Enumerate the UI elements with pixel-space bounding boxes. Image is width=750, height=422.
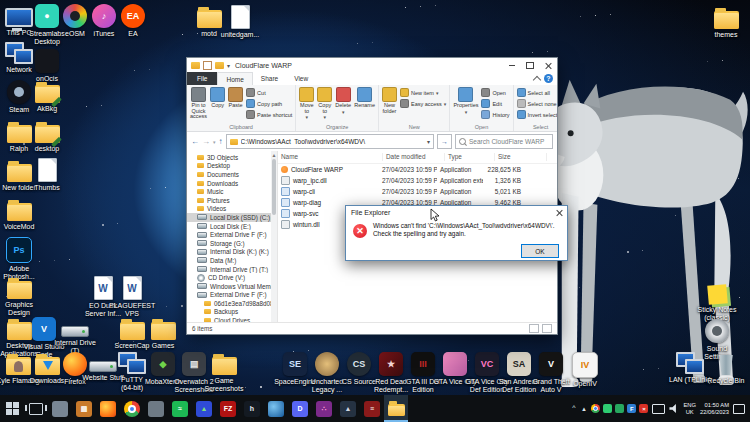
go-button[interactable]: → — [437, 134, 452, 149]
desktop-icon-desktop-folder[interactable]: desktop — [24, 120, 70, 153]
sidebar-item-documents[interactable]: Documents — [187, 170, 277, 179]
desktop-icon-thumbs-file[interactable]: Thumbs — [24, 158, 70, 192]
app-discord[interactable]: D — [288, 395, 312, 422]
ribbon-button-invert-selection[interactable]: Invert selection — [517, 110, 557, 119]
desktop-icon-unitedgam-files[interactable]: unitedgam... — [217, 5, 263, 39]
app-chrome[interactable] — [120, 395, 144, 422]
app-photos[interactable]: ▲ — [336, 395, 360, 422]
help-icon[interactable]: ? — [544, 74, 553, 83]
sidebar-item-pictures[interactable]: Pictures — [187, 196, 277, 205]
tray-chrome[interactable] — [591, 404, 600, 413]
ok-button[interactable]: OK — [521, 244, 559, 258]
ribbon-button-copy-to[interactable]: Copy to▾ — [317, 87, 332, 121]
quick-access-newfolder-icon[interactable] — [215, 62, 224, 69]
address-input[interactable]: C:\Windows\AAct_Tool\wdvdriver\x64WDV\ ▾ — [226, 134, 434, 149]
ribbon-button-move-to[interactable]: Move to▾ — [299, 87, 314, 121]
desktop-icon-openiv[interactable]: IVOpenIV — [562, 352, 608, 388]
file-row[interactable]: CloudFlare WARP27/04/2023 10:59 PMApplic… — [278, 164, 557, 175]
ribbon-button-rename[interactable]: Rename — [354, 87, 375, 109]
desktop-icon-adobe-photoshop[interactable]: PsAdobe Photosh... — [0, 237, 42, 280]
back-icon[interactable]: ← — [191, 137, 199, 146]
sidebar-item-06d1e3ea7d98a8d08c6652fe[interactable]: 06d1e3ea7d98a8d08c6652fe — [187, 299, 277, 308]
tab-file[interactable]: File — [187, 72, 217, 85]
tab-home[interactable]: Home — [217, 72, 252, 85]
tray-red[interactable]: × — [639, 404, 648, 413]
address-dropdown-icon[interactable]: ▾ — [427, 138, 430, 145]
explorer-title-bar[interactable]: ▾ CloudFlare WARP — [187, 58, 557, 72]
app-firefox[interactable] — [96, 395, 120, 422]
desktop-icon-voicemod-folder[interactable]: VoiceMod — [0, 198, 42, 231]
column-header-date-modified[interactable]: Date modified — [383, 153, 445, 161]
sidebar-item-storage-g-[interactable]: Storage (G:) — [187, 239, 277, 248]
ribbon-button-select-all[interactable]: Select all — [517, 88, 557, 97]
app-filezilla[interactable]: FZ — [216, 395, 240, 422]
desktop-icon-ea[interactable]: EAEA — [110, 4, 156, 38]
tray-chevron-icon[interactable]: ^ — [572, 404, 575, 411]
file-row[interactable]: warp_ipc.dll27/04/2023 10:59 PMApplicati… — [278, 175, 557, 186]
quick-access-properties-icon[interactable] — [203, 61, 212, 70]
column-header-size[interactable]: Size — [495, 153, 547, 161]
ribbon-button-new-folder[interactable]: New folder — [382, 87, 397, 114]
quick-access-customize-icon[interactable]: ▾ — [227, 62, 230, 69]
ribbon-button-paste-shortcut[interactable]: Paste shortcut — [246, 110, 292, 119]
desktop-icon-onocis[interactable]: onOcis — [24, 49, 70, 83]
sidebar-item-backups[interactable]: Backups — [187, 308, 277, 317]
dialog-title-bar[interactable]: File Explorer — [346, 206, 567, 219]
ribbon-button-easy-access[interactable]: Easy access▾ — [400, 99, 446, 108]
tray-onedrive[interactable]: ▲ — [579, 404, 588, 413]
sidebar-item-downloads[interactable]: Downloads — [187, 179, 277, 188]
sidebar-item-internal-disk-k-k-[interactable]: Internal Disk (K:) (K:) — [187, 248, 277, 257]
sidebar-item-cd-drive-v-[interactable]: CD Drive (V:) — [187, 273, 277, 282]
ribbon-button-paste[interactable]: Paste — [228, 87, 243, 109]
tray-green-1[interactable] — [603, 404, 612, 413]
collapse-ribbon-icon[interactable] — [533, 75, 541, 83]
app-file-explorer[interactable] — [384, 395, 408, 422]
tab-view[interactable]: View — [286, 72, 316, 85]
tray-blue[interactable]: F — [627, 404, 636, 413]
desktop-icon-graphics-design-folder[interactable]: Graphics Design — [0, 276, 42, 316]
app-spotify[interactable]: ≈ — [168, 395, 192, 422]
ribbon-button-select-none[interactable]: Select none — [517, 99, 557, 108]
app-3d-viewer[interactable] — [48, 395, 72, 422]
desktop-icon-games-folder[interactable]: Games — [140, 317, 186, 350]
ribbon-button-properties[interactable]: Properties▾ — [453, 87, 478, 115]
sidebar-item-external-drive-f-f-[interactable]: External Drive F (F:) — [187, 230, 277, 239]
desktop-icon-akbkg-folder[interactable]: AkBkg — [24, 80, 70, 113]
recent-dropdown-icon[interactable]: ▾ — [213, 139, 216, 145]
ribbon-button-copy-path[interactable]: Copy path — [246, 99, 292, 108]
desktop-icon-recycle-bin[interactable]: Recycle Bin — [703, 352, 749, 385]
sidebar-item-cloud-drives[interactable]: Cloud Drives — [187, 316, 277, 322]
start-button[interactable] — [0, 395, 24, 422]
sidebar-item-videos[interactable]: Videos — [187, 205, 277, 214]
maximize-button[interactable] — [521, 58, 539, 72]
sidebar-item-internal-drive-t-t-[interactable]: Internal Drive (T) (T:) — [187, 265, 277, 274]
app-red-book[interactable]: ≡ — [360, 395, 384, 422]
search-input[interactable]: Search CloudFlare WARP — [455, 134, 553, 149]
desktop-icon-sticky-notes-classic[interactable]: Sticky Notes (classic) — [694, 282, 740, 321]
dialog-close-button[interactable] — [551, 206, 567, 219]
clock[interactable]: 01:50 AM 22/06/2023 — [700, 402, 729, 415]
ribbon-button-cut[interactable]: Cut — [246, 88, 292, 97]
details-view-button[interactable] — [529, 324, 539, 333]
file-row[interactable]: warp-cli27/04/2023 10:59 PMApplication5,… — [278, 186, 557, 197]
sidebar-item-data-m-[interactable]: Data (M:) — [187, 256, 277, 265]
ribbon-button-pin-to-quick-access[interactable]: Pin to Quick access — [190, 87, 207, 120]
sidebar-item-3d-objects[interactable]: 3D Objects — [187, 153, 277, 162]
ribbon-button-delete[interactable]: Delete▾ — [335, 87, 351, 115]
app-molecule[interactable]: ∴ — [312, 395, 336, 422]
close-button[interactable] — [539, 58, 557, 72]
language-indicator[interactable]: ENGUK — [683, 402, 696, 415]
scroll-up-icon[interactable]: ▲ — [271, 152, 277, 158]
sidebar-item-music[interactable]: Music — [187, 187, 277, 196]
thumbnails-view-button[interactable] — [542, 324, 552, 333]
notification-center-icon[interactable] — [733, 404, 745, 414]
ribbon-button-open[interactable]: Open — [481, 88, 509, 97]
desktop-icon-plaguefest-doc[interactable]: WPLAGUEFEST VPS — [109, 276, 155, 317]
forward-icon[interactable]: → — [202, 137, 210, 146]
ribbon-button-new-item[interactable]: New item▾ — [400, 88, 446, 97]
sidebar-item-local-disk-ssd-c-[interactable]: Local Disk (SSD) (C:) — [187, 213, 277, 222]
column-header-name[interactable]: Name — [278, 153, 383, 161]
task-view-button[interactable] — [24, 395, 48, 422]
tab-share[interactable]: Share — [253, 72, 286, 85]
app-satellite[interactable] — [144, 395, 168, 422]
